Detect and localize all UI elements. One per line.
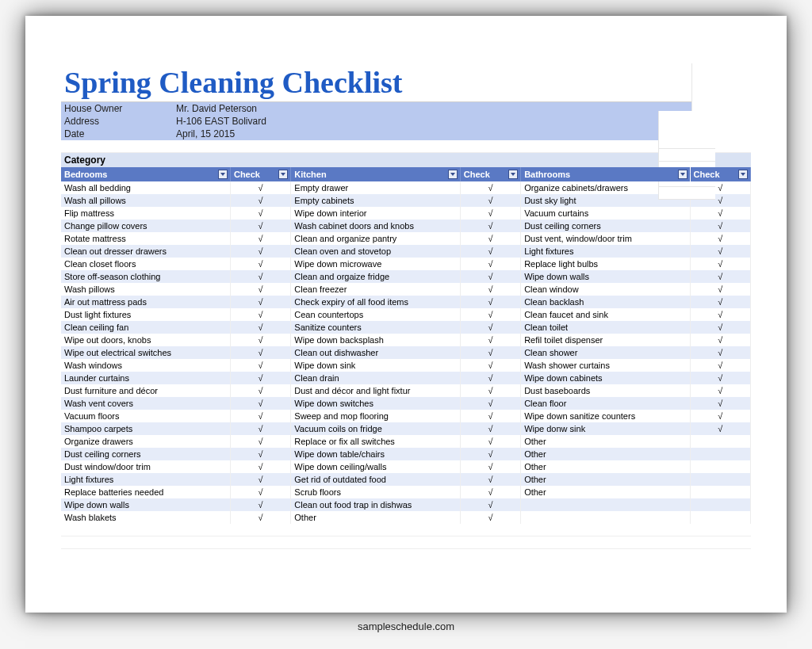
bathroom-task: Light fixtures (521, 245, 690, 258)
bathroom-task: Dust vent, window/door trim (521, 232, 690, 245)
kitchen-task: Check expiry of all food items (291, 296, 460, 308)
bathroom-task: Other (521, 460, 690, 473)
bathroom-task: Wipe donw sink (521, 422, 690, 435)
bathroom-task: Other (521, 448, 690, 460)
bathroom-check: √ (690, 321, 750, 334)
filter-icon[interactable] (278, 170, 288, 179)
filter-icon[interactable] (738, 170, 748, 179)
kitchen-check: √ (460, 460, 520, 473)
bathroom-task: Refil toilet dispenser (521, 334, 690, 346)
filter-icon[interactable] (678, 170, 688, 179)
bathroom-check: √ (690, 346, 750, 359)
col-bathrooms[interactable]: Bathrooms (521, 167, 690, 181)
bathroom-task: Other (521, 486, 690, 498)
filter-icon[interactable] (218, 170, 228, 179)
kitchen-check: √ (460, 359, 520, 372)
table-row: Rotate mattress√Clean and organize pantr… (61, 232, 751, 245)
bathroom-check (690, 486, 750, 498)
bedroom-task: Dust ceiling corners (61, 448, 230, 460)
table-row: Dust light fixtures√Cean countertops√Cle… (61, 308, 751, 321)
bedroom-check: √ (230, 270, 290, 283)
spacer (61, 536, 751, 549)
col-bedrooms-label: Bedrooms (64, 170, 107, 179)
kitchen-task: Vacuum coils on fridge (291, 422, 460, 435)
bedroom-check: √ (230, 372, 290, 384)
bathroom-check: √ (690, 422, 750, 435)
table-row: Change pillow covers√Wash cabinet doors … (61, 220, 751, 232)
table-row: Replace batteries needed√Scrub floors√Ot… (61, 486, 751, 498)
kitchen-check: √ (460, 181, 520, 194)
col-bedrooms[interactable]: Bedrooms (61, 167, 230, 181)
bedroom-check: √ (230, 511, 290, 524)
bathroom-check (690, 448, 750, 460)
bathroom-check: √ (690, 410, 750, 422)
kitchen-check: √ (460, 232, 520, 245)
table-row: Wash vent covers√Wipe down switches√Clea… (61, 397, 751, 410)
table-row: Vacuum floors√Sweep and mop flooring√Wip… (61, 410, 751, 422)
bedroom-task: Launder curtains (61, 372, 230, 384)
kitchen-task: Cean countertops (291, 308, 460, 321)
kitchen-check: √ (460, 296, 520, 308)
col-check3[interactable]: Check (690, 167, 750, 181)
bathroom-task: Clean toilet (521, 321, 690, 334)
bathroom-check: √ (690, 270, 750, 283)
bedroom-check: √ (230, 346, 290, 359)
kitchen-task: Clean drain (291, 372, 460, 384)
kitchen-check: √ (460, 220, 520, 232)
bedroom-task: Wash pillows (61, 283, 230, 296)
bathroom-check (690, 460, 750, 473)
date-value: April, 15 2015 (176, 128, 691, 139)
kitchen-check: √ (460, 321, 520, 334)
filter-icon[interactable] (508, 170, 518, 179)
filter-icon[interactable] (448, 170, 458, 179)
kitchen-task: Empty cabinets (291, 194, 460, 207)
kitchen-task: Clean and organize pantry (291, 232, 460, 245)
info-block: House Owner Mr. David Peterson Address H… (61, 102, 691, 140)
bedroom-task: Wash vent covers (61, 397, 230, 410)
bedroom-check: √ (230, 207, 290, 220)
bathroom-check: √ (690, 397, 750, 410)
bedroom-check: √ (230, 181, 290, 194)
bathroom-task: Wipe down cabinets (521, 372, 690, 384)
date-label: Date (61, 128, 176, 139)
bedroom-task: Rotate mattress (61, 232, 230, 245)
table-row: Shampoo carpets√Vacuum coils on fridge√W… (61, 422, 751, 435)
spacer (61, 140, 751, 153)
table-row: Wipe down walls√Clean out food trap in d… (61, 498, 751, 511)
bedroom-check: √ (230, 384, 290, 397)
bedroom-task: Wipe out electrical switches (61, 346, 230, 359)
table-row: Light fixtures√Get rid of outdated food√… (61, 473, 751, 486)
table-row: Clean ceiling fan√Sanitize counters√Clea… (61, 321, 751, 334)
col-bathrooms-label: Bathrooms (524, 170, 570, 179)
bathroom-check (690, 511, 750, 524)
col-check3-label: Check (694, 170, 720, 179)
kitchen-task: Get rid of outdated food (291, 473, 460, 486)
bedroom-task: Wipe down walls (61, 498, 230, 511)
table-row: Dust ceiling corners√Wipe down table/cha… (61, 448, 751, 460)
bathroom-task: Clean window (521, 283, 690, 296)
kitchen-task: Wipe down table/chairs (291, 448, 460, 460)
table-row: Wipe out electrical switches√Clean out d… (61, 346, 751, 359)
col-check2[interactable]: Check (460, 167, 520, 181)
col-check2-label: Check (464, 170, 490, 179)
bedroom-check: √ (230, 359, 290, 372)
checklist-table: Bedrooms Check Kitchen Check Bathrooms C… (61, 167, 751, 524)
bathroom-task: Wipe down walls (521, 270, 690, 283)
kitchen-task: Scrub floors (291, 486, 460, 498)
kitchen-check: √ (460, 384, 520, 397)
kitchen-check: √ (460, 498, 520, 511)
bathroom-task: Vacuum curtains (521, 207, 690, 220)
bathroom-task: Clean floor (521, 397, 690, 410)
kitchen-task: Wipe down switches (291, 397, 460, 410)
bedroom-task: Shampoo carpets (61, 422, 230, 435)
kitchen-check: √ (460, 270, 520, 283)
bathroom-task: Other (521, 473, 690, 486)
kitchen-check: √ (460, 245, 520, 258)
address-value: H-106 EAST Bolivard (176, 116, 691, 127)
col-check1[interactable]: Check (230, 167, 290, 181)
bedroom-check: √ (230, 245, 290, 258)
kitchen-check: √ (460, 334, 520, 346)
kitchen-task: Clean oven and stovetop (291, 245, 460, 258)
watermark: sampleschedule.com (358, 620, 454, 632)
col-kitchen[interactable]: Kitchen (291, 167, 460, 181)
